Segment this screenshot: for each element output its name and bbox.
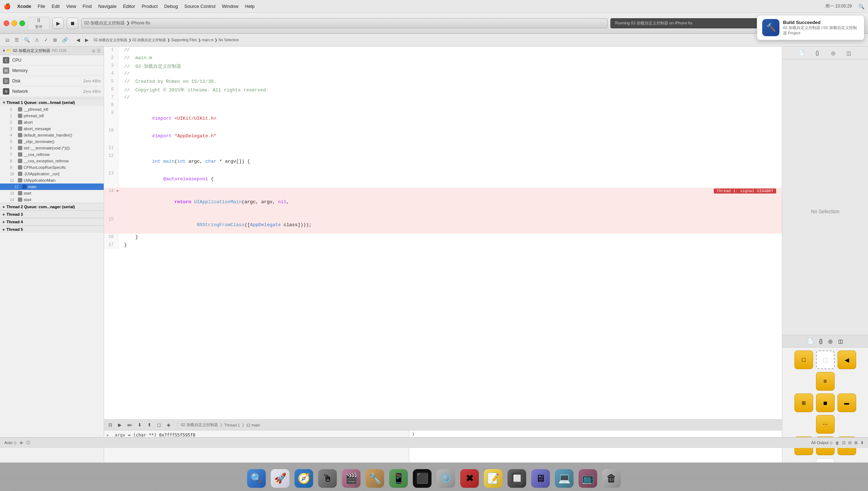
dock-tools[interactable]: 🔧 [364, 466, 386, 488]
menu-xcode[interactable]: Xcode [17, 4, 31, 9]
widget-page-view-controller[interactable]: ⋯ [816, 415, 835, 434]
dock-launchpad[interactable]: 🚀 [269, 466, 291, 488]
dock-notes[interactable]: 📝 [482, 466, 504, 488]
widget-split-view-controller[interactable]: ▬ [838, 394, 856, 412]
dock-finder[interactable]: 🔍 [246, 466, 267, 488]
widget-tab-bar-controller[interactable]: ◼ [816, 394, 835, 412]
dock-terminal[interactable]: ⬛ [411, 466, 433, 488]
menu-help[interactable]: Help [245, 4, 255, 9]
dock-xcode-red[interactable]: ✖ [459, 466, 480, 488]
frame-11[interactable]: 11 UIApplicationMain [0, 177, 104, 183]
status-lock-icon[interactable]: ⊞ [854, 440, 858, 445]
widget-table-view-controller[interactable]: ≡ [816, 372, 835, 391]
widget-circle-icon[interactable]: ◎ [828, 338, 832, 344]
thread2-header[interactable]: ▶ Thread 2 Queue: com...nager (serial) [0, 203, 104, 210]
minimize-button[interactable] [11, 20, 17, 26]
check-icon[interactable]: ✓ [43, 37, 49, 43]
dock-mouse[interactable]: 🖱 [317, 466, 338, 488]
dock-app13[interactable]: 🖥 [530, 466, 551, 488]
frame-7[interactable]: 7 __cxa_rethrow [0, 151, 104, 158]
triangle-project[interactable]: ▶ [3, 50, 6, 52]
menu-window[interactable]: Window [222, 4, 239, 9]
thread5-header[interactable]: ▶ Thread 5 [0, 225, 104, 233]
frame-3[interactable]: 3 abort_message [0, 125, 104, 132]
widget-view-controller[interactable]: □ [794, 351, 813, 369]
frame-6[interactable]: 6 std::__terminate(void (*)()) [0, 145, 104, 151]
status-split2-icon[interactable]: ⊟ [848, 440, 852, 445]
frame-4[interactable]: 4 default_terminate_handler() [0, 132, 104, 138]
frame-2[interactable]: 2 abort [0, 119, 104, 125]
navigator-icon[interactable]: 🗂 [4, 37, 11, 43]
dock-app14[interactable]: 💻 [553, 466, 575, 488]
search-icon[interactable]: 🔍 [858, 4, 864, 9]
inspector-size-btn[interactable]: ◫ [844, 48, 854, 58]
debug-memory-btn[interactable]: ◈ [165, 421, 172, 428]
debug-step-over-btn[interactable]: ⏭ [126, 421, 133, 428]
frame-8[interactable]: 8 __cxa_exception_rethrow [0, 158, 104, 164]
menu-editor[interactable]: Editor [123, 4, 135, 9]
debug-hide-btn[interactable]: ⊟ [107, 421, 114, 428]
status-down-icon[interactable]: ⬇ [860, 440, 864, 445]
status-eye-icon[interactable]: 👁 [19, 441, 23, 445]
dock-media[interactable]: 🎬 [340, 466, 362, 488]
dock-settings[interactable]: ⚙️ [435, 466, 457, 488]
widget-label[interactable]: Label [816, 458, 835, 462]
menu-view[interactable]: View [66, 4, 76, 9]
widget-container-view[interactable]: ⬚ [816, 351, 835, 369]
frame-13[interactable]: 13 start [0, 190, 104, 196]
code-editor[interactable]: 1 // 2 // main.m 3 // 02-加载自定义控制器 4 // 5… [104, 47, 782, 419]
inspector-circle-btn[interactable]: ◎ [828, 48, 838, 58]
menu-file[interactable]: File [38, 4, 45, 9]
status-split-icon[interactable]: ⊡ [842, 440, 845, 445]
widget-navigation-controller[interactable]: ◀ [838, 351, 856, 369]
frame-5[interactable]: 5 _objc_terminate() [0, 138, 104, 145]
widget-obj-icon[interactable]: {} [819, 338, 822, 344]
link-icon[interactable]: 🔗 [61, 37, 69, 43]
menu-edit[interactable]: Edit [52, 4, 60, 9]
cpu-item[interactable]: C CPU [0, 55, 104, 66]
thread4-header[interactable]: ▶ Thread 4 [0, 218, 104, 225]
thread3-header[interactable]: ▶ Thread 3 [0, 210, 104, 218]
inspector-obj-btn[interactable]: {} [812, 48, 822, 58]
close-button[interactable] [4, 20, 9, 26]
back-btn[interactable]: ◀ [75, 37, 81, 43]
memory-item[interactable]: M Memory [0, 66, 104, 76]
status-info-icon[interactable]: ⓘ [26, 440, 30, 445]
dock-app12[interactable]: 🔲 [506, 466, 528, 488]
menu-source-control[interactable]: Source Control [184, 4, 216, 9]
widget-collection-view-controller[interactable]: ⊞ [794, 394, 813, 412]
dock-trash[interactable]: 🗑 [601, 466, 622, 488]
settings-icon[interactable]: ☰ [97, 48, 101, 53]
debug-step-out-btn[interactable]: ⬆ [146, 421, 153, 428]
dock-safari[interactable]: 🧭 [293, 466, 315, 488]
frame-0[interactable]: 0 __pthread_kill [0, 106, 104, 113]
scheme-breadcrumb[interactable]: 02-加载自定义控制器 ❯ iPhone 6s [81, 18, 608, 28]
dock-app15[interactable]: 📺 [577, 466, 599, 488]
search-icon-2[interactable]: 🔍 [23, 37, 31, 43]
disk-item[interactable]: D Disk Zero KB/s [0, 76, 104, 86]
status-auto[interactable]: Auto ◇ [4, 440, 16, 445]
inspector-file-btn[interactable]: 📄 [797, 48, 807, 58]
menu-find[interactable]: Find [82, 4, 91, 9]
build-notification[interactable]: 🔨 Build Succeeded 02-加载自定义控制器 | 02-加载自定义… [757, 15, 864, 40]
apple-menu[interactable]: 🍎 [4, 3, 11, 10]
hierarchy-icon[interactable]: ☰ [13, 37, 20, 43]
stop-button[interactable]: ⏹ [67, 18, 78, 29]
status-trash-icon[interactable]: 🗑 [835, 441, 839, 445]
thread1-header[interactable]: ▶ Thread 1 Queue: com...hread (serial) [0, 99, 104, 106]
status-filter[interactable]: All Output ◇ [811, 440, 832, 445]
forward-btn[interactable]: ▶ [84, 37, 90, 43]
menu-product[interactable]: Product [142, 4, 158, 9]
gauge-icon[interactable]: ⊘ [92, 48, 95, 53]
network-item[interactable]: N Network Zero KB/s [0, 86, 104, 97]
debug-layout-btn[interactable]: ◻ [156, 421, 162, 428]
menu-debug[interactable]: Debug [164, 4, 178, 9]
frame-10[interactable]: 10 -[UIApplication _run] [0, 171, 104, 177]
grid-icon[interactable]: ⊞ [52, 37, 58, 43]
run-button[interactable]: ▶ [52, 18, 64, 29]
maximize-button[interactable] [19, 20, 25, 26]
frame-12[interactable]: ▶ 12 main [0, 183, 104, 190]
frame-9[interactable]: 9 CFRunLoopRunSpecific [0, 164, 104, 171]
frame-14[interactable]: 14 start [0, 196, 104, 203]
frame-1[interactable]: 1 pthread_kill [0, 113, 104, 119]
